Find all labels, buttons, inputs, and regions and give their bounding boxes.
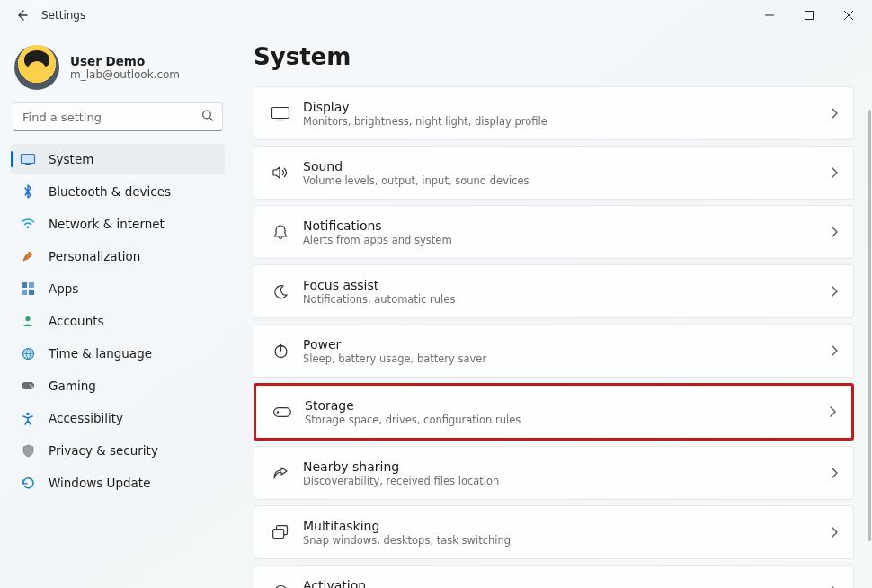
person-icon [20,315,36,327]
scrollbar[interactable] [868,110,871,586]
card-nearby-sharing[interactable]: Nearby sharingDiscoverability, received … [254,446,854,500]
chevron-right-icon [832,465,839,482]
accessibility-icon [20,412,36,425]
sidebar: User Demo m_lab@outlook.com System Bluet… [0,31,236,588]
card-title: Sound [303,159,832,174]
profile-email: m_lab@outlook.com [70,68,180,81]
svg-rect-27 [273,530,284,539]
sidebar-item-network[interactable]: Network & internet [11,209,225,239]
svg-point-13 [25,316,30,321]
svg-rect-1 [805,12,814,20]
sound-icon [267,165,294,180]
card-subtitle: Discoverability, received files location [303,475,832,487]
search-input[interactable] [13,102,223,131]
sidebar-item-label: Accessibility [49,411,123,425]
sidebar-item-system[interactable]: System [11,144,225,174]
card-title: Display [303,100,832,114]
sidebar-item-bluetooth[interactable]: Bluetooth & devices [11,176,225,207]
svg-point-18 [31,386,33,388]
card-title: Focus assist [303,278,832,292]
storage-icon [269,407,296,417]
card-title: Power [303,337,832,352]
chevron-right-icon [832,343,839,360]
bluetooth-icon [20,184,36,199]
card-title: Multitasking [303,519,832,533]
card-power[interactable]: PowerSleep, battery usage, battery saver [254,324,854,378]
sidebar-item-apps[interactable]: Apps [11,273,225,304]
sidebar-item-accessibility[interactable]: Accessibility [11,403,225,433]
sidebar-item-label: System [49,152,93,166]
svg-point-8 [27,227,30,229]
card-subtitle: Sleep, battery usage, battery saver [303,352,832,365]
sidebar-item-label: Privacy & security [49,443,158,458]
chevron-right-icon [832,584,839,589]
sidebar-item-time[interactable]: Time & language [11,338,225,369]
back-button[interactable] [14,8,29,22]
close-button[interactable] [829,2,868,29]
card-focus-assist[interactable]: Focus assistNotifications, automatic rul… [254,264,854,318]
profile-name: User Demo [70,54,180,68]
svg-rect-10 [29,282,34,288]
sidebar-item-label: Network & internet [49,217,165,231]
titlebar: Settings [0,0,872,31]
card-multitasking[interactable]: MultitaskingSnap windows, desktops, task… [254,505,854,559]
svg-point-17 [30,384,31,386]
sidebar-item-update[interactable]: Windows Update [11,468,225,498]
sidebar-item-label: Accounts [49,314,104,328]
card-title: Activation [303,578,832,589]
search-icon [201,109,214,126]
chevron-right-icon [832,165,839,182]
bell-icon [267,224,294,240]
minimize-button[interactable] [750,2,789,29]
card-subtitle: Snap windows, desktops, task switching [303,534,832,547]
sidebar-item-accounts[interactable]: Accounts [11,306,225,336]
wifi-icon [20,218,36,229]
nav-list: System Bluetooth & devices Network & int… [11,144,225,498]
sidebar-item-privacy[interactable]: Privacy & security [11,435,225,466]
card-storage[interactable]: StorageStorage space, drives, configurat… [254,383,854,441]
card-title: Notifications [303,218,832,233]
gaming-icon [20,381,36,391]
svg-rect-12 [29,290,34,295]
page-title: System [254,43,854,70]
card-display[interactable]: DisplayMonitors, brightness, night light… [254,86,854,140]
moon-icon [267,284,294,299]
svg-line-5 [209,118,212,120]
card-title: Nearby sharing [303,459,832,474]
svg-point-25 [277,411,279,413]
card-title: Storage [305,398,830,413]
app-title: Settings [41,9,85,22]
power-icon [267,343,294,359]
sidebar-item-label: Bluetooth & devices [49,184,171,199]
sidebar-item-gaming[interactable]: Gaming [11,370,225,401]
card-notifications[interactable]: NotificationsAlerts from apps and system [254,205,854,259]
globe-clock-icon [20,347,36,361]
scrollbar-thumb[interactable] [868,110,871,541]
maximize-button[interactable] [789,2,829,29]
chevron-right-icon [832,524,839,541]
chevron-right-icon [832,105,839,122]
card-activation[interactable]: ActivationActivation state, subscription… [254,565,854,588]
card-subtitle: Alerts from apps and system [303,234,832,246]
card-subtitle: Volume levels, output, input, sound devi… [303,174,832,187]
settings-card-list: DisplayMonitors, brightness, night light… [254,86,854,588]
sidebar-item-label: Windows Update [49,476,150,490]
chevron-right-icon [832,283,839,300]
profile-block[interactable]: User Demo m_lab@outlook.com [11,40,225,102]
check-circle-icon [267,584,294,589]
sidebar-item-label: Gaming [49,379,96,393]
paintbrush-icon [20,250,36,263]
sidebar-item-label: Apps [49,281,78,296]
svg-point-19 [26,412,30,415]
svg-rect-24 [274,407,291,416]
sidebar-item-personalization[interactable]: Personalization [11,241,225,272]
chevron-right-icon [830,404,837,421]
card-subtitle: Storage space, drives, configuration rul… [305,414,830,426]
card-subtitle: Monitors, brightness, night light, displ… [303,115,832,128]
card-subtitle: Notifications, automatic rules [303,293,832,306]
card-sound[interactable]: SoundVolume levels, output, input, sound… [254,146,854,200]
shield-icon [20,444,36,458]
avatar [14,45,59,90]
search-wrap [13,102,223,131]
update-icon [20,477,36,490]
